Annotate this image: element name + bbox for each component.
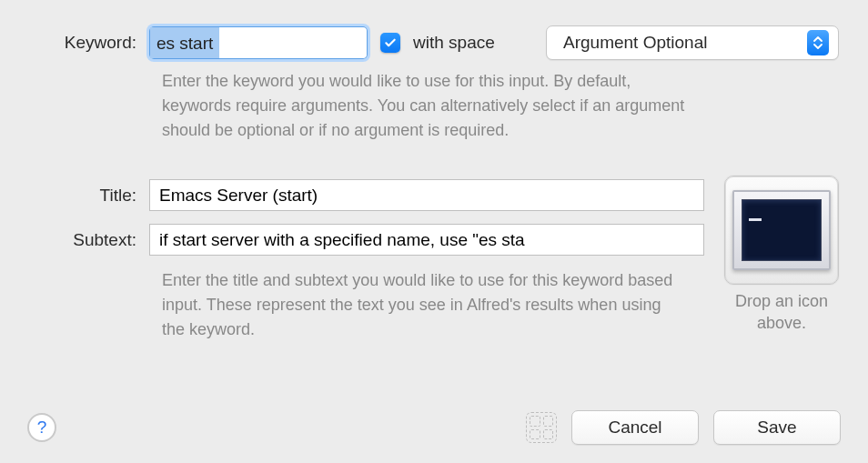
help-button[interactable]: ? (27, 413, 56, 442)
argument-select-value: Argument Optional (563, 33, 707, 53)
subtext-input[interactable] (149, 224, 704, 256)
footer: ? Cancel Save (0, 410, 868, 452)
title-row: Title: (15, 179, 704, 211)
title-subtext-note: Enter the title and subtext you would li… (162, 268, 679, 342)
preferences-sheet: Keyword: es start with space Argument Op… (0, 0, 868, 463)
with-space-label: with space (413, 33, 495, 53)
subtext-row: Subtext: (15, 224, 704, 256)
argument-select[interactable]: Argument Optional (546, 25, 839, 60)
grid-icon[interactable] (526, 412, 557, 443)
terminal-icon (732, 190, 831, 270)
save-button[interactable]: Save (713, 410, 841, 445)
keyword-note: Enter the keyword you would like to use … (162, 69, 702, 143)
help-icon: ? (37, 418, 47, 438)
with-space-checkbox[interactable] (380, 33, 400, 53)
icon-well-caption: Drop an icon above. (724, 290, 839, 335)
subtext-label: Subtext: (15, 230, 149, 250)
keyword-row: Keyword: es start with space Argument Op… (15, 25, 839, 60)
checkmark-icon (383, 35, 398, 50)
keyword-selection: es start (150, 27, 219, 58)
chevron-up-down-icon (807, 30, 829, 55)
title-label: Title: (15, 186, 149, 206)
keyword-input[interactable]: es start (149, 26, 368, 59)
icon-well[interactable]: Drop an icon above. (724, 176, 839, 335)
icon-preview (724, 176, 839, 285)
cancel-button[interactable]: Cancel (571, 410, 699, 445)
keyword-label: Keyword: (15, 33, 149, 53)
title-input[interactable] (149, 179, 704, 211)
